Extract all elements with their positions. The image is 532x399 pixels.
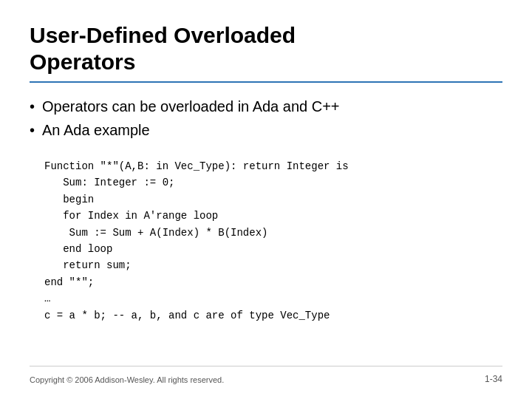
slide-container: User-Defined Overloaded Operators • Oper… [0, 0, 532, 399]
code-line-1: Function "*"(A,B: in Vec_Type): return I… [44, 158, 502, 174]
title-line1: User-Defined Overloaded [30, 23, 296, 47]
content-area: • Operators can be overloaded in Ada and… [30, 96, 502, 366]
code-block: Function "*"(A,B: in Vec_Type): return I… [44, 158, 502, 324]
bullet-list: • Operators can be overloaded in Ada and… [30, 96, 502, 143]
code-line-4: for Index in A'range loop [44, 208, 502, 224]
code-line-9: … [44, 290, 502, 307]
bullet-dot-1: • [30, 96, 35, 117]
title-divider [30, 81, 502, 83]
code-line-5: Sum := Sum + A(Index) * B(Index) [44, 225, 502, 241]
bullet-item-1: • Operators can be overloaded in Ada and… [30, 96, 502, 117]
title-line2: Operators [30, 50, 135, 74]
bullet-dot-2: • [30, 120, 35, 140]
footer: Copyright © 2006 Addison-Wesley. All rig… [30, 366, 502, 384]
footer-copyright: Copyright © 2006 Addison-Wesley. All rig… [30, 375, 224, 384]
code-line-7: return sum; [44, 257, 502, 273]
slide-title: User-Defined Overloaded Operators [30, 22, 502, 75]
code-line-10: c = a * b; -- a, b, and c are of type Ve… [44, 307, 502, 324]
code-line-3: begin [44, 191, 502, 208]
code-line-2: Sum: Integer := 0; [44, 174, 502, 191]
bullet-text-2: An Ada example [42, 120, 150, 140]
code-line-6: end loop [44, 241, 502, 257]
bullet-text-1: Operators can be overloaded in Ada and C… [42, 96, 340, 117]
footer-page: 1-34 [485, 374, 502, 384]
bullet-item-2: • An Ada example [30, 120, 502, 140]
code-line-8: end "*"; [44, 274, 502, 290]
